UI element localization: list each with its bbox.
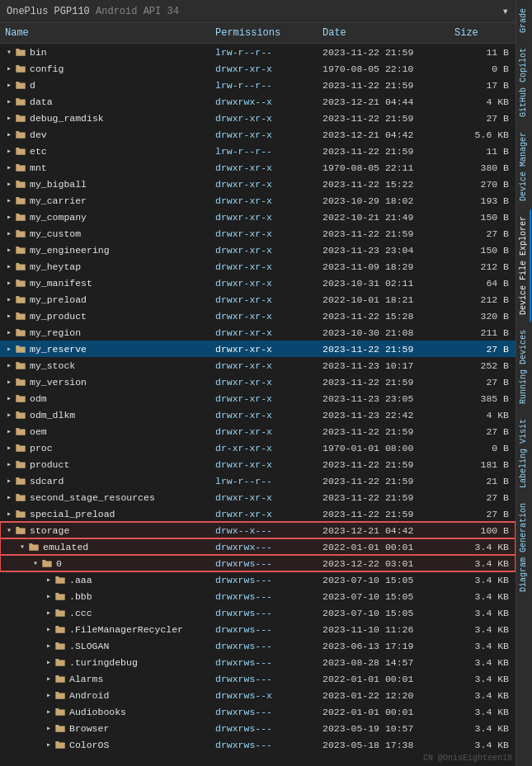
table-row[interactable]: ▸ .FileManagerRecyclerdrwxrws---2023-11-… xyxy=(0,621,516,637)
sidebar-tab-github-copilot[interactable]: GitHub Copilot xyxy=(517,41,531,124)
table-row[interactable]: ▸ my_carrierdrwxr-xr-x2023-10-29 18:0219… xyxy=(0,192,516,209)
col-name[interactable]: Name xyxy=(0,26,210,40)
table-row[interactable]: ▸ debug_ramdiskdrwxr-xr-x2023-11-22 21:5… xyxy=(0,110,516,126)
table-row[interactable]: ▸ my_preloaddrwxr-xr-x2022-10-01 18:2121… xyxy=(0,291,516,308)
sidebar-tab-device-file-explorer[interactable]: Device File Explorer xyxy=(517,209,531,322)
expand-button[interactable]: ▸ xyxy=(43,706,54,717)
table-row[interactable]: ▸ my_heytapdrwxr-xr-x2023-11-09 18:29212… xyxy=(0,258,516,275)
table-row[interactable]: ▸ odm_dlkmdrwxr-xr-x2023-11-23 22:424 KB xyxy=(0,406,516,423)
table-row[interactable]: ▸ etclrw-r--r--2023-11-22 21:5911 B xyxy=(0,143,516,159)
expand-button[interactable]: ▸ xyxy=(43,590,54,602)
expand-button[interactable]: ▸ xyxy=(3,475,15,486)
table-row[interactable]: ▸ datadrwxrwx--x2023-12-21 04:444 KB xyxy=(0,93,516,110)
col-permissions[interactable]: Permissions xyxy=(210,26,318,40)
sidebar-tab-grade[interactable]: Grade xyxy=(517,2,531,40)
table-row[interactable]: ▸ ColorOSdrwxrws---2023-05-18 17:383.4 K… xyxy=(0,736,516,753)
expand-button[interactable]: ▸ xyxy=(3,277,15,289)
expand-button[interactable]: ▸ xyxy=(3,360,15,371)
expand-button[interactable]: ▸ xyxy=(3,162,15,173)
table-row[interactable]: ▸ my_reservedrwxr-xr-x2023-11-22 21:5927… xyxy=(0,341,516,357)
expand-button[interactable]: ▸ xyxy=(3,261,15,272)
expand-button[interactable]: ▸ xyxy=(3,442,15,453)
table-row[interactable]: ▸ Browserdrwxrws---2023-05-19 10:573.4 K… xyxy=(0,720,516,736)
table-row[interactable]: ▸ my_customdrwxr-xr-x2023-11-22 21:5927 … xyxy=(0,225,516,242)
table-row[interactable]: ▸ .bbbdrwxrws---2023-07-10 15:053.4 KB xyxy=(0,588,516,604)
table-row[interactable]: ▸ my_bigballdrwxr-xr-x2023-11-22 15:2227… xyxy=(0,176,516,192)
table-row[interactable]: ▸ my_productdrwxr-xr-x2023-11-22 15:2832… xyxy=(0,308,516,324)
expand-button[interactable]: ▸ xyxy=(43,656,54,668)
expand-button[interactable]: ▾ xyxy=(16,541,28,552)
table-row[interactable]: ▸ my_regiondrwxr-xr-x2023-10-30 21:08211… xyxy=(0,324,516,341)
sidebar-tab-running-devices[interactable]: Running Devices xyxy=(517,323,531,411)
expand-button[interactable]: ▸ xyxy=(43,739,54,750)
expand-button[interactable]: ▾ xyxy=(3,46,15,58)
table-row[interactable]: ▸ second_stage_resourcesdrwxr-xr-x2023-1… xyxy=(0,489,516,505)
expand-button[interactable]: ▸ xyxy=(3,491,15,503)
table-row[interactable]: ▾ emulateddrwxrwx---2022-01-01 00:013.4 … xyxy=(0,538,516,555)
table-row[interactable]: ▸ productdrwxr-xr-x2023-11-22 21:59181 B xyxy=(0,456,516,472)
table-row[interactable]: ▸ odmdrwxr-xr-x2023-11-23 23:05385 B xyxy=(0,390,516,406)
expand-button[interactable]: ▸ xyxy=(43,689,54,701)
expand-button[interactable]: ▸ xyxy=(3,425,15,437)
expand-button[interactable]: ▾ xyxy=(30,557,41,569)
table-row[interactable]: ▸ Androiddrwxrws--x2023-01-22 12:203.4 K… xyxy=(0,687,516,703)
expand-button[interactable]: ▸ xyxy=(3,63,15,74)
col-date[interactable]: Date xyxy=(318,26,450,40)
expand-button[interactable]: ▸ xyxy=(3,343,15,355)
expand-button[interactable]: ▸ xyxy=(3,294,15,305)
expand-button[interactable]: ▸ xyxy=(43,673,54,684)
file-list[interactable]: ▾ binlrw-r--r--2023-11-22 21:5911 B▸ con… xyxy=(0,44,516,766)
expand-button[interactable]: ▸ xyxy=(3,129,15,140)
expand-button[interactable]: ▸ xyxy=(43,722,54,734)
expand-button[interactable]: ▸ xyxy=(3,195,15,206)
expand-button[interactable]: ▸ xyxy=(3,310,15,322)
expand-button[interactable]: ▸ xyxy=(3,458,15,470)
table-row[interactable]: ▸ procdr-xr-xr-x1970-01-01 08:000 B xyxy=(0,439,516,456)
expand-button[interactable]: ▸ xyxy=(3,409,15,421)
table-row[interactable]: ▸ my_stockdrwxr-xr-x2023-11-23 10:17252 … xyxy=(0,357,516,374)
table-row[interactable]: ▸ devdrwxr-xr-x2023-12-21 04:425.6 KB xyxy=(0,126,516,143)
dropdown-arrow-icon[interactable]: ▾ xyxy=(502,4,509,18)
table-row[interactable]: ▸ .SLOGANdrwxrws---2023-06-13 17:193.4 K… xyxy=(0,637,516,654)
sidebar-tab-diagram-generation[interactable]: Diagram Generation xyxy=(517,496,531,599)
sidebar-tab-device-manager[interactable]: Device Manager xyxy=(517,125,531,208)
expand-button[interactable]: ▸ xyxy=(43,607,54,618)
table-row[interactable]: ▸ Audiobooksdrwxrws---2022-01-01 00:013.… xyxy=(0,703,516,720)
expand-button[interactable]: ▸ xyxy=(43,574,54,585)
table-row[interactable]: ▸ my_companydrwxr-xr-x2022-10-21 21:4915… xyxy=(0,209,516,225)
table-row[interactable]: ▸ my_versiondrwxr-xr-x2023-11-22 21:5927… xyxy=(0,374,516,390)
expand-button[interactable]: ▸ xyxy=(3,228,15,239)
col-size[interactable]: Size xyxy=(450,26,516,40)
table-row[interactable]: ▸ Alarmsdrwxrws---2022-01-01 00:013.4 KB xyxy=(0,670,516,687)
expand-button[interactable]: ▸ xyxy=(43,640,54,651)
expand-button[interactable]: ▸ xyxy=(3,79,15,91)
expand-button[interactable]: ▸ xyxy=(3,244,15,256)
expand-button[interactable]: ▸ xyxy=(3,376,15,388)
expand-button[interactable]: ▸ xyxy=(3,327,15,338)
table-row[interactable]: ▸ my_engineeringdrwxr-xr-x2023-11-23 23:… xyxy=(0,242,516,258)
table-row[interactable]: ▸ .aaadrwxrws---2023-07-10 15:053.4 KB xyxy=(0,571,516,588)
table-row[interactable]: ▸ configdrwxr-xr-x1970-08-05 22:100 B xyxy=(0,60,516,77)
table-row[interactable]: ▸ .cccdrwxrws---2023-07-10 15:053.4 KB xyxy=(0,604,516,621)
expand-button[interactable]: ▸ xyxy=(3,392,15,404)
table-row[interactable]: ▸ .turingdebugdrwxrws---2023-08-28 14:57… xyxy=(0,654,516,670)
table-row[interactable]: ▸ sdcardlrw-r--r--2023-11-22 21:5921 B xyxy=(0,472,516,489)
table-row[interactable]: ▸ oemdrwxr-xr-x2023-11-22 21:5927 B xyxy=(0,423,516,439)
expand-button[interactable]: ▸ xyxy=(3,178,15,190)
sidebar-tab-labeling-visit[interactable]: Labeling Visit xyxy=(517,412,531,495)
table-row[interactable]: ▾ storagedrwx--x---2023-12-21 04:42100 B xyxy=(0,522,516,538)
title-bar-controls[interactable]: ▾ xyxy=(502,4,509,18)
expand-button[interactable]: ▸ xyxy=(3,112,15,124)
table-row[interactable]: ▸ mntdrwxr-xr-x1970-08-05 22:11380 B xyxy=(0,159,516,176)
expand-button[interactable]: ▸ xyxy=(3,96,15,107)
table-row[interactable]: ▾ binlrw-r--r--2023-11-22 21:5911 B xyxy=(0,44,516,60)
table-row[interactable]: ▸ dlrw-r--r--2023-11-22 21:5917 B xyxy=(0,77,516,93)
table-row[interactable]: ▸ special_preloaddrwxr-xr-x2023-11-22 21… xyxy=(0,505,516,522)
expand-button[interactable]: ▸ xyxy=(3,211,15,223)
expand-button[interactable]: ▸ xyxy=(43,623,54,635)
table-row[interactable]: ▾ 0drwxrws---2023-12-22 03:013.4 KB xyxy=(0,555,516,571)
table-row[interactable]: ▸ my_manifestdrwxr-xr-x2023-10-31 02:116… xyxy=(0,275,516,291)
expand-button[interactable]: ▸ xyxy=(3,508,15,519)
expand-button[interactable]: ▸ xyxy=(3,145,15,157)
expand-button[interactable]: ▾ xyxy=(3,524,15,536)
